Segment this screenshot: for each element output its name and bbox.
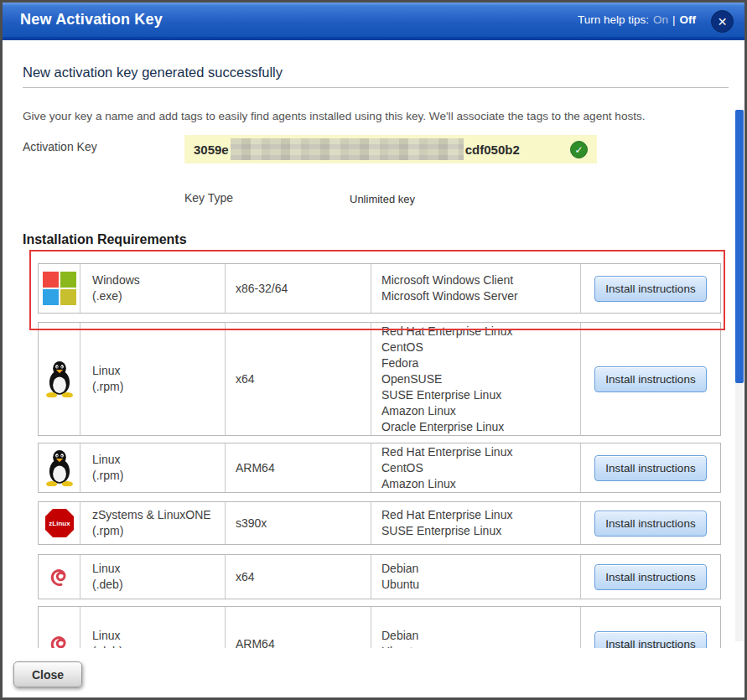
table-row: Linux (.rpm)ARM64Red Hat Enterprise Linu… (38, 443, 721, 493)
key-prefix: 3059e (194, 143, 229, 157)
tux-icon (39, 443, 80, 492)
table-row: Linux (.rpm)x64Red Hat Enterprise Linux … (38, 322, 721, 436)
distributions-cell: Microsoft Windows Client Microsoft Windo… (371, 264, 581, 313)
install-instructions-button[interactable]: Install instructions (594, 366, 706, 392)
distributions-cell: Red Hat Enterprise Linux CentOS Fedora O… (371, 323, 581, 435)
help-tips-off-link[interactable]: Off (680, 13, 697, 26)
activation-key-value: 3059e cdf050b2 ✓ (184, 135, 597, 163)
install-instructions-button[interactable]: Install instructions (594, 455, 706, 481)
installation-requirements-title: Installation Requirements (23, 232, 187, 247)
install-instructions-button[interactable]: Install instructions (594, 511, 706, 537)
debian-icon (39, 607, 80, 648)
os-name-cell: Windows (.exe) (80, 264, 226, 313)
install-button-cell: Install instructions (581, 555, 720, 599)
scrollbar-track[interactable] (735, 110, 744, 641)
install-button-cell: Install instructions (581, 323, 720, 435)
help-tips-on-link[interactable]: On (653, 13, 668, 26)
os-name-cell: Linux (.deb) (80, 555, 226, 599)
svg-text:zLinux: zLinux (49, 520, 70, 527)
install-instructions-button[interactable]: Install instructions (594, 564, 706, 590)
distributions-cell: Debian Ubuntu (371, 555, 581, 599)
distributions-cell: Red Hat Enterprise Linux CentOS Amazon L… (371, 443, 581, 492)
architecture-cell: s390x (226, 502, 371, 544)
architecture-cell: x64 (226, 323, 371, 435)
table-row: Linux (.deb)ARM64Debian UbuntuInstall in… (38, 606, 721, 648)
os-name-cell: Linux (.rpm) (80, 323, 226, 435)
key-masked-section (231, 138, 464, 160)
key-type-label: Key Type (184, 191, 233, 205)
install-button-cell: Install instructions (581, 502, 720, 544)
scrollbar-thumb[interactable] (735, 110, 744, 383)
table-row: Linux (.deb)x64Debian UbuntuInstall inst… (38, 554, 721, 599)
os-name-cell: zSystems & LinuxONE (.rpm) (80, 502, 226, 544)
close-icon[interactable]: ✕ (711, 10, 734, 33)
distributions-cell: Debian Ubuntu (371, 607, 581, 648)
install-button-cell: Install instructions (581, 443, 720, 492)
debian-icon (39, 555, 80, 599)
install-instructions-button[interactable]: Install instructions (594, 631, 706, 649)
divider (23, 87, 729, 88)
key-valid-check-icon: ✓ (570, 141, 588, 158)
activation-key-label: Activation Key (23, 140, 97, 153)
architecture-cell: x64 (226, 555, 371, 599)
os-name-cell: Linux (.deb) (80, 607, 226, 648)
table-row: Windows (.exe)x86-32/64Microsoft Windows… (38, 263, 721, 314)
distributions-cell: Red Hat Enterprise Linux SUSE Enterprise… (371, 502, 581, 544)
help-tips-separator: | (672, 13, 676, 26)
install-button-cell: Install instructions (581, 264, 720, 313)
key-type-value: Unlimited key (350, 193, 415, 205)
dialog-title: New Activation Key (20, 11, 163, 29)
success-message: New activation key generated successfull… (23, 65, 283, 80)
architecture-cell: ARM64 (226, 443, 371, 492)
dialog-titlebar: New Activation Key Turn help tips: On | … (3, 3, 744, 40)
table-row: zLinuxzSystems & LinuxONE (.rpm)s390xRed… (38, 501, 721, 545)
help-tips-toggle: Turn help tips: On | Off (578, 3, 696, 37)
windows-logo-icon (39, 264, 80, 313)
architecture-cell: x86-32/64 (226, 264, 371, 313)
requirements-table: Windows (.exe)x86-32/64Microsoft Windows… (38, 263, 721, 648)
intro-text: Give your key a name and add tags to eas… (23, 110, 646, 122)
key-suffix: cdf050b2 (465, 143, 520, 157)
os-name-cell: Linux (.rpm) (80, 443, 226, 492)
new-activation-key-dialog: New Activation Key Turn help tips: On | … (0, 0, 747, 700)
close-button[interactable]: Close (13, 661, 82, 687)
tux-icon (39, 323, 80, 435)
help-tips-label: Turn help tips: (578, 13, 649, 26)
architecture-cell: ARM64 (226, 607, 371, 648)
install-button-cell: Install instructions (581, 607, 720, 648)
zlinux-icon: zLinux (39, 502, 80, 544)
install-instructions-button[interactable]: Install instructions (594, 276, 706, 302)
